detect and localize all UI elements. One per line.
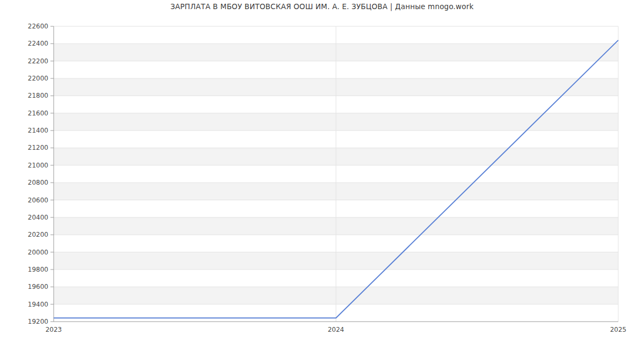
- y-tick-label: 20200: [28, 231, 48, 238]
- y-tick-label: 19400: [28, 301, 48, 308]
- y-tick-label: 20600: [28, 197, 48, 204]
- y-tick-label: 19200: [28, 318, 48, 325]
- y-tick-label: 21000: [28, 162, 48, 169]
- y-tick-label: 22600: [28, 23, 48, 30]
- y-tick-label: 22000: [28, 75, 48, 82]
- y-tick-label: 21400: [28, 127, 48, 134]
- y-tick-label: 20400: [28, 214, 48, 221]
- y-tick-label: 21800: [28, 92, 48, 99]
- y-tick-label: 19800: [28, 266, 48, 273]
- x-tick-label: 2025: [610, 326, 627, 333]
- y-tick-label: 22200: [28, 57, 48, 65]
- x-tick-label: 2023: [46, 326, 62, 333]
- chart-canvas: ЗАРПЛАТА В МБОУ ВИТОВСКАЯ ООШ ИМ. А. Е. …: [0, 0, 644, 349]
- y-tick-label: 22400: [28, 40, 48, 47]
- y-tick-label: 19600: [28, 283, 48, 290]
- plot-area: 1920019400196001980020000202002040020600…: [0, 0, 644, 349]
- y-tick-label: 21600: [28, 110, 48, 117]
- x-tick-label: 2024: [328, 326, 345, 333]
- y-tick-label: 20800: [28, 179, 48, 186]
- y-tick-label: 20000: [28, 249, 48, 256]
- y-tick-label: 21200: [28, 144, 48, 151]
